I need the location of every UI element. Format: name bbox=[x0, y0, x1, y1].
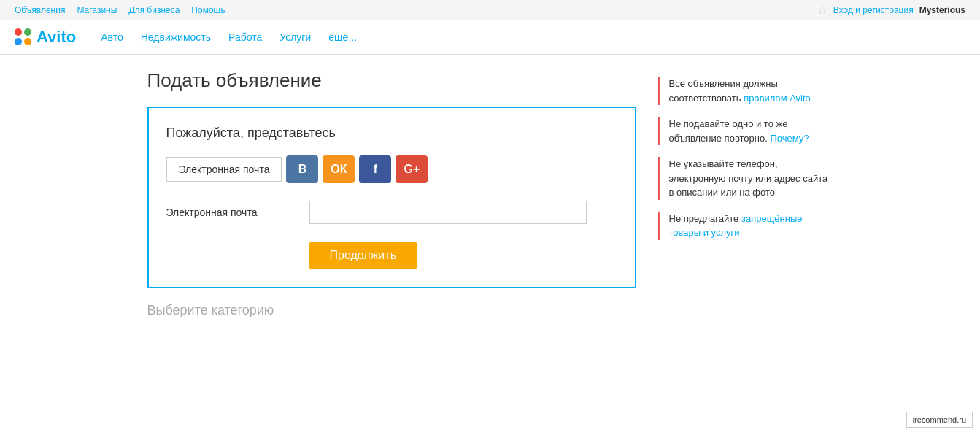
logo: Avito bbox=[15, 28, 76, 47]
form-subtitle: Пожалуйста, представьтесь bbox=[166, 126, 617, 141]
nav-jobs[interactable]: Работа bbox=[228, 31, 262, 43]
btn-google[interactable]: G+ bbox=[396, 155, 428, 183]
form-row-email: Электронная почта bbox=[166, 201, 617, 224]
login-link[interactable]: Вход и регистрация bbox=[833, 5, 914, 15]
page-title: Подать объявление bbox=[147, 69, 636, 92]
email-label: Электронная почта bbox=[166, 207, 298, 218]
form-card: Пожалуйста, представьтесь Электронная по… bbox=[147, 107, 636, 288]
submit-button[interactable]: Продолжить bbox=[309, 242, 417, 269]
dot-green bbox=[24, 28, 31, 36]
content-left: Подать объявление Пожалуйста, представьт… bbox=[147, 69, 636, 318]
sidebar-text3: Не указывайте телефон, электронную почту… bbox=[669, 157, 833, 200]
dot-red bbox=[15, 28, 22, 36]
dot-blue bbox=[15, 38, 22, 45]
sidebar-text4: Не предлагайте запрещённые товары и услу… bbox=[669, 212, 833, 240]
top-link-stores[interactable]: Магазины bbox=[77, 5, 117, 15]
btn-ok[interactable]: ОК bbox=[323, 155, 355, 183]
favorites-icon[interactable]: ☆ bbox=[817, 3, 827, 17]
nav-realty[interactable]: Недвижимость bbox=[141, 31, 211, 43]
sidebar-link-rules[interactable]: правилам Avito bbox=[744, 93, 811, 104]
btn-facebook[interactable]: f bbox=[359, 155, 391, 183]
dot-orange bbox=[24, 38, 31, 45]
tabs-row: Электронная почта В ОК f G+ bbox=[166, 155, 617, 183]
email-input[interactable] bbox=[309, 201, 587, 224]
category-placeholder: Выберите категорию bbox=[147, 303, 636, 318]
main-content: Подать объявление Пожалуйста, представьт… bbox=[133, 55, 848, 333]
btn-vk[interactable]: В bbox=[286, 155, 318, 183]
logo-text: Avito bbox=[36, 28, 76, 47]
nav-more[interactable]: ещё... bbox=[328, 31, 357, 43]
sidebar-link-why[interactable]: Почему? bbox=[770, 133, 809, 144]
top-bar-right: ☆ Вход и регистрация Mysterious bbox=[817, 3, 965, 17]
sidebar: Все объявления должны соответствовать пр… bbox=[658, 69, 833, 318]
sidebar-rule1: Все объявления должны соответствовать пр… bbox=[658, 77, 833, 105]
nav-bar: Avito Авто Недвижимость Работа Услуги ещ… bbox=[0, 20, 980, 55]
sidebar-rule3: Не указывайте телефон, электронную почту… bbox=[658, 157, 833, 200]
sidebar-rule2: Не подавайте одно и то же объявление пов… bbox=[658, 117, 833, 145]
top-link-business[interactable]: Для бизнеса bbox=[128, 5, 180, 15]
logo-dots bbox=[15, 28, 32, 46]
sidebar-text2: Не подавайте одно и то же объявление пов… bbox=[669, 117, 833, 145]
sidebar-text1: Все объявления должны соответствовать пр… bbox=[669, 77, 833, 105]
nav-auto[interactable]: Авто bbox=[101, 31, 123, 43]
top-link-help[interactable]: Помощь bbox=[191, 5, 225, 15]
username: Mysterious bbox=[919, 5, 965, 15]
top-link-announcements[interactable]: Объявления bbox=[15, 5, 65, 15]
sidebar-rule4: Не предлагайте запрещённые товары и услу… bbox=[658, 212, 833, 240]
top-bar: Объявления Магазины Для бизнеса Помощь ☆… bbox=[0, 0, 980, 20]
top-bar-links: Объявления Магазины Для бизнеса Помощь bbox=[15, 5, 225, 15]
tab-email[interactable]: Электронная почта bbox=[166, 157, 282, 182]
nav-services[interactable]: Услуги bbox=[279, 31, 311, 43]
